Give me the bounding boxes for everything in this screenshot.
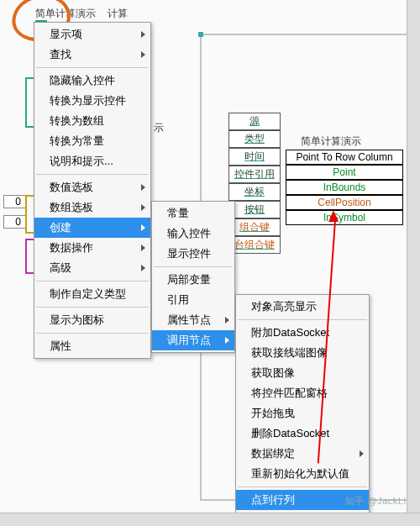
menu-display-items[interactable]: 显示项 <box>34 24 150 45</box>
invoke-item-button[interactable]: 按钮 <box>228 201 281 218</box>
menu-sep <box>36 333 149 334</box>
prop-row-inbounds[interactable]: InBounds <box>286 180 403 195</box>
invoke-get-image[interactable]: 获取图像 <box>236 363 369 383</box>
invoke-item-combo[interactable]: 组合键 <box>228 218 281 236</box>
create-local-var[interactable]: 局部变量 <box>152 270 234 290</box>
menu-properties[interactable]: 属性 <box>34 336 150 356</box>
create-reference[interactable]: 引用 <box>152 290 234 310</box>
invoke-item-source[interactable]: 源 <box>228 113 281 130</box>
invoke-item-time[interactable]: 时间 <box>228 148 281 166</box>
invoke-item-ctrl-ref[interactable]: 控件引用 <box>228 166 281 183</box>
menu-sep <box>36 281 149 281</box>
invoke-data-binding[interactable]: 数据绑定 <box>236 444 369 464</box>
menu-sep <box>238 487 367 487</box>
menu-sep <box>36 174 149 175</box>
invoke-item-plat-combo[interactable]: 台组合键 <box>228 236 281 254</box>
property-node[interactable]: Point To Row Column Point InBounds CellP… <box>286 150 403 225</box>
context-menu-main: 显示项 查找 隐藏输入控件 转换为显示控件 转换为数组 转换为常量 说明和提示.… <box>34 22 151 359</box>
menu-sep <box>154 266 233 267</box>
invoke-attach-datasocket[interactable]: 附加DataSocket <box>236 323 369 343</box>
menu-data-ops[interactable]: 数据操作 <box>34 238 150 258</box>
menu-find[interactable]: 查找 <box>34 45 150 65</box>
create-invoke-node[interactable]: 调用节点 <box>152 330 234 350</box>
annotation-arrow-head <box>328 210 339 222</box>
menu-advanced[interactable]: 高级 <box>34 258 150 278</box>
create-indicator[interactable]: 显示控件 <box>152 244 234 264</box>
menu-sep <box>238 319 367 320</box>
create-constant[interactable]: 常量 <box>152 203 234 224</box>
menu-to-constant[interactable]: 转换为常量 <box>34 131 150 151</box>
invoke-remove-datasocket[interactable]: 删除DataSocket <box>236 423 369 444</box>
invoke-get-term-image[interactable]: 获取接线端图像 <box>236 343 369 363</box>
block-diagram-canvas: 简单计算演示 计算 0 0 源 类型 时间 控件引用 坐标 按钮 组合键 台组合… <box>0 0 420 526</box>
create-property-node[interactable]: 属性节点 <box>152 310 234 330</box>
menu-hide-input-ctrl[interactable]: 隐藏输入控件 <box>34 71 150 91</box>
numeric-control-1[interactable]: 0 <box>3 195 27 208</box>
context-menu-create: 常量 输入控件 显示控件 局部变量 引用 属性节点 调用节点 <box>151 201 235 353</box>
menu-array-palette[interactable]: 数组选板 <box>34 197 150 218</box>
create-control[interactable]: 输入控件 <box>152 224 234 244</box>
menu-create[interactable]: 创建 <box>34 218 150 238</box>
menu-sep <box>36 67 149 68</box>
numeric-control-2[interactable]: 0 <box>3 215 27 229</box>
invoke-list-column: 源 类型 时间 控件引用 坐标 按钮 组合键 台组合键 <box>228 113 281 254</box>
invoke-reinit-default[interactable]: 重新初始化为默认值 <box>236 464 369 484</box>
menu-make-typedef[interactable]: 制作自定义类型 <box>34 284 150 304</box>
invoke-item-coord[interactable]: 坐标 <box>228 183 281 201</box>
menu-show-as-icon[interactable]: 显示为图标 <box>34 310 150 330</box>
vertical-scrollbar[interactable] <box>407 0 420 513</box>
menu-to-indicator[interactable]: 转换为显示控件 <box>34 91 150 111</box>
menu-sep <box>36 307 149 308</box>
frame-caption: 示 <box>154 121 164 135</box>
menu-desc-tip[interactable]: 说明和提示... <box>34 151 150 171</box>
prop-row-cellpos[interactable]: CellPosition <box>286 195 403 210</box>
menu-numeric-palette[interactable]: 数值选板 <box>34 177 150 197</box>
invoke-start-drag[interactable]: 开始拖曳 <box>236 403 369 423</box>
invoke-item-type[interactable]: 类型 <box>228 130 281 148</box>
prop-row-insymbol[interactable]: InSymbol <box>286 210 403 225</box>
window-title-right: 计算 <box>108 7 128 21</box>
prop-row-point[interactable]: Point <box>286 165 403 180</box>
invoke-fit-pane[interactable]: 将控件匹配窗格 <box>236 383 369 403</box>
property-node-title: 简单计算演示 <box>301 134 361 149</box>
invoke-obj-highlight[interactable]: 对象高亮显示 <box>236 297 369 317</box>
menu-to-array[interactable]: 转换为数组 <box>34 111 150 131</box>
watermark: 知乎 @JackLin <box>345 495 412 508</box>
horizontal-scrollbar[interactable] <box>0 513 420 526</box>
context-menu-invoke: 对象高亮显示 附加DataSocket 获取接线端图像 获取图像 将控件匹配窗格… <box>235 294 370 526</box>
prop-row-method[interactable]: Point To Row Column <box>286 150 403 165</box>
